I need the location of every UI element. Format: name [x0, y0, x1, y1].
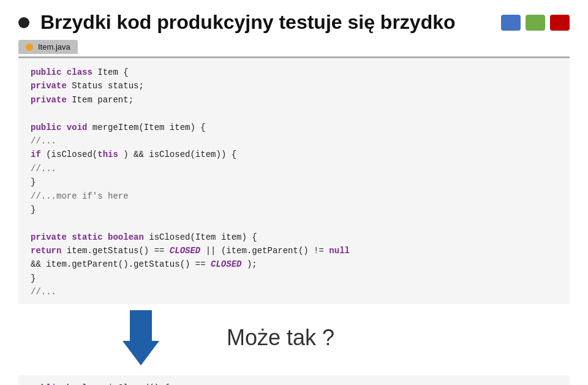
window-btn-red[interactable] [550, 15, 570, 31]
window-controls [501, 15, 570, 31]
file-tab-row: Item.java [0, 40, 588, 54]
code-bottom-line-1: public boolean isClosed() { [31, 381, 557, 385]
file-tab-label: Item.java [38, 42, 70, 51]
code-line-13: && item.getParent().getStatus() == CLOSE… [31, 257, 557, 271]
code-line-12: return item.getStatus() == CLOSED || (it… [31, 244, 557, 257]
code-top: public class Item { private Status statu… [18, 58, 570, 304]
bullet-point [18, 17, 29, 28]
kw-class: class [67, 67, 92, 77]
code-line-5: //... [31, 134, 557, 148]
code-bottom: public boolean isClosed() { return statu… [18, 375, 570, 385]
file-tab-dot [26, 44, 33, 51]
code-line-15: //... [31, 285, 557, 299]
arrow-down [123, 310, 159, 365]
page-title: Brzydki kod produkcyjny testuje się brzy… [40, 11, 456, 34]
code-line-blank [31, 107, 557, 120]
kw-public: public [31, 67, 61, 77]
code-line-3: private Item parent; [31, 93, 557, 107]
code-line-4: public void mergeItem(Item item) { [31, 121, 557, 134]
code-line-6: if (isClosed(this ) && isClosed(item)) { [31, 148, 557, 161]
code-line-14: } [31, 272, 557, 285]
arrow-head [123, 341, 159, 365]
code-line-2: private Status status; [31, 79, 557, 93]
code-line-10: } [31, 203, 557, 216]
code-line-7: //... [31, 162, 557, 175]
file-tab[interactable]: Item.java [18, 40, 78, 54]
code-line-1: public class Item { [31, 66, 557, 79]
arrow-body [130, 310, 152, 341]
header: Brzydki kod produkcyjny testuje się brzy… [0, 0, 588, 40]
arrow-section: Może tak ? [0, 304, 588, 365]
maybe-text: Może tak ? [227, 325, 334, 351]
window-btn-blue[interactable] [501, 15, 521, 31]
code-line-11: private static boolean isClosed(Item ite… [31, 231, 557, 244]
window-btn-green[interactable] [526, 15, 545, 31]
code-line-8: } [31, 175, 557, 189]
code-line-blank2 [31, 216, 557, 230]
code-line-9: //...more if's here [31, 189, 557, 203]
